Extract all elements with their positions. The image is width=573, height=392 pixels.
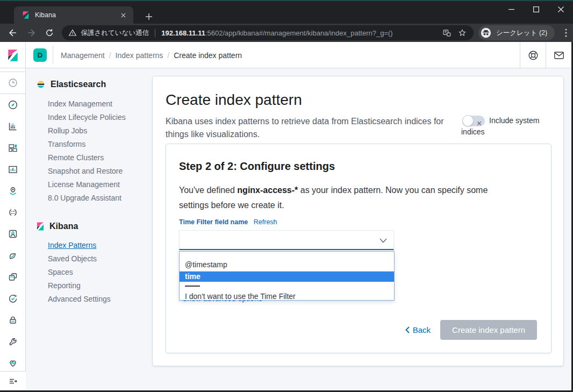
breadcrumb-create-index-pattern: Create index pattern [174, 51, 242, 60]
incognito-label: シークレット (2) [496, 28, 547, 38]
close-button[interactable] [548, 1, 573, 17]
back-button[interactable]: Back [405, 325, 431, 334]
incognito-icon [480, 27, 492, 39]
tab-title: Kibana [35, 11, 118, 19]
sidebar-item-transforms[interactable]: Transforms [48, 138, 152, 151]
sidebar-item-snapshot-and-restore[interactable]: Snapshot and Restore [48, 165, 152, 178]
stack-monitoring-icon[interactable] [0, 352, 26, 374]
url-separator [155, 29, 155, 37]
security-warning-text: 保護されていない通信 [81, 28, 149, 38]
create-index-pattern-button[interactable]: Create index pattern [440, 320, 537, 340]
uptime-icon[interactable] [0, 288, 26, 309]
not-secure-warning-icon [68, 28, 77, 37]
canvas-icon[interactable] [0, 159, 26, 180]
management-sidebar: Elasticsearch Index Management Index Lif… [26, 68, 152, 306]
forward-icon[interactable] [24, 25, 39, 40]
include-system-indices-toggle-group: Include system indices [461, 115, 550, 138]
incognito-badge[interactable]: シークレット (2) [478, 25, 555, 40]
breadcrumb-separator: / [163, 51, 174, 60]
sidebar-item-index-lifecycle-policies[interactable]: Index Lifecycle Policies [48, 111, 152, 124]
kibana-favicon [22, 11, 30, 19]
url-bar[interactable]: 保護されていない通信 192.168.11.11:5602/app/kibana… [62, 25, 473, 40]
refresh-link[interactable]: Refresh [254, 218, 277, 226]
switch-off-x-icon [477, 118, 482, 128]
time-filter-field-row: Time Filter field name Refresh [179, 218, 277, 226]
maximize-button[interactable] [524, 1, 548, 17]
sidebar-item-remote-clusters[interactable]: Remote Clusters [48, 151, 152, 165]
kibana-logo[interactable] [0, 42, 26, 68]
sidebar-item-upgrade-assistant[interactable]: 8.0 Upgrade Assistant [48, 191, 152, 205]
breadcrumb: Management / Index patterns / Create ind… [61, 42, 242, 68]
chevron-down-icon [379, 238, 387, 243]
browser-tab[interactable]: Kibana [14, 6, 133, 24]
bookmark-star-icon[interactable] [456, 27, 468, 39]
url-text: 192.168.11.11:5602/app/kibana#/managemen… [161, 29, 438, 37]
sidebar-item-advanced-settings[interactable]: Advanced Settings [48, 293, 152, 306]
help-button[interactable] [520, 42, 546, 68]
main-content: Create index pattern Kibana uses index p… [152, 68, 571, 390]
kibana-logo-icon [35, 222, 45, 231]
back-icon[interactable] [5, 25, 20, 40]
new-tab-button[interactable] [142, 10, 156, 24]
maps-icon[interactable] [0, 180, 26, 202]
machine-learning-icon[interactable] [0, 202, 26, 223]
dropdown-option-divider [180, 282, 394, 290]
sidebar-item-index-management[interactable]: Index Management [48, 97, 152, 111]
minimize-button[interactable] [499, 1, 524, 17]
dropdown-option-time-selected[interactable]: time [180, 272, 394, 282]
breadcrumb-separator: / [105, 51, 116, 60]
step-card: Step 2 of 2: Configure settings You've d… [166, 144, 551, 353]
discover-icon[interactable] [0, 94, 26, 116]
sidebar-section-title-elasticsearch: Elasticsearch [51, 80, 106, 89]
visualize-icon[interactable] [0, 116, 26, 137]
page-title: Create index pattern [166, 91, 302, 109]
translate-icon[interactable] [441, 27, 453, 39]
page-body: Elasticsearch Index Management Index Lif… [0, 68, 571, 390]
sidebar-item-spaces[interactable]: Spaces [48, 266, 152, 279]
dev-tools-icon[interactable] [0, 331, 26, 352]
breadcrumb-management[interactable]: Management [61, 51, 105, 60]
url-host: 192.168.11.11 [161, 29, 205, 37]
app-nav-rail [0, 68, 26, 390]
header-divider [53, 46, 53, 65]
logs-icon[interactable] [0, 245, 26, 266]
step-intro: You've defined nginx-access-* as your in… [179, 183, 508, 213]
apm-icon[interactable] [0, 266, 26, 288]
sidebar-item-index-patterns[interactable]: Index Patterns [48, 239, 152, 252]
sidebar-section-kibana: Kibana Index Patterns Saved Objects Spac… [35, 222, 152, 306]
index-pattern-name: nginx-access-* [237, 186, 298, 195]
sidebar-item-rollup-jobs[interactable]: Rollup Jobs [48, 124, 152, 138]
kibana-header: D Management / Index patterns / Create i… [0, 42, 571, 68]
sidebar-item-saved-objects[interactable]: Saved Objects [48, 252, 152, 266]
browser-toolbar: 保護されていない通信 192.168.11.11:5602/app/kibana… [0, 24, 573, 42]
dropdown-option-timestamp[interactable]: @timestamp [180, 255, 394, 272]
window-controls [499, 1, 573, 17]
dropdown-option-no-time-filter[interactable]: I don't want to use the Time Filter [180, 290, 394, 301]
time-filter-select[interactable] [179, 230, 394, 250]
browser-menu-icon[interactable] [559, 26, 573, 40]
recently-viewed-icon[interactable] [0, 72, 26, 94]
collapse-menu-icon[interactable] [0, 371, 26, 390]
create-index-pattern-panel: Create index pattern Kibana uses index p… [152, 76, 564, 366]
sidebar-item-reporting[interactable]: Reporting [48, 279, 152, 293]
dashboard-icon[interactable] [0, 137, 26, 159]
browser-window: Kibana 保護されていない通信 192.168.11.11:5602/app… [0, 0, 573, 392]
sidebar-item-license-management[interactable]: License Management [48, 178, 152, 191]
sidebar-section-title-kibana: Kibana [49, 222, 78, 231]
time-filter-dropdown-list: @timestamp time I don't want to use the … [179, 251, 395, 301]
step-title: Step 2 of 2: Configure settings [179, 160, 335, 173]
breadcrumb-index-patterns[interactable]: Index patterns [116, 51, 163, 60]
url-path: :5602/app/kibana#/management/kibana/inde… [205, 29, 393, 37]
browser-titlebar: Kibana [0, 0, 573, 24]
switch-knob [462, 115, 474, 126]
tab-close-icon[interactable] [118, 10, 128, 20]
graph-icon[interactable] [0, 223, 26, 245]
page-description: Kibana uses index patterns to retrieve d… [166, 115, 461, 141]
include-system-indices-switch[interactable] [462, 116, 485, 126]
elasticsearch-logo-icon [35, 79, 46, 90]
siem-icon[interactable] [0, 309, 26, 331]
refresh-icon[interactable] [42, 25, 57, 40]
space-badge[interactable]: D [33, 48, 47, 62]
time-filter-field-label: Time Filter field name [179, 218, 248, 226]
newsfeed-button[interactable] [546, 42, 571, 68]
